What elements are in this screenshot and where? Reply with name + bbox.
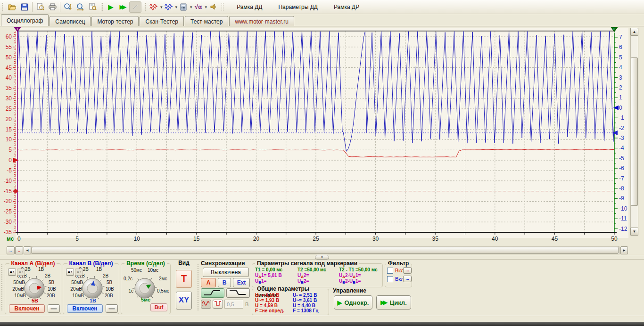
channel-b-knob-label: 10мВ	[72, 293, 84, 298]
open-file-button[interactable]	[6, 1, 18, 13]
panel-splitter: ▼	[0, 255, 644, 260]
run-cycle-icon: ▶▶	[380, 299, 387, 306]
sync-source-ext[interactable]: Ext	[233, 278, 250, 287]
sound-icon	[210, 3, 217, 10]
sync-rising-edge-button[interactable]	[201, 288, 224, 298]
x-axis-label: 0	[17, 236, 21, 242]
run-cycle-button[interactable]: ▶▶Цикл.	[376, 295, 411, 310]
left-axis-label: 20	[6, 116, 12, 122]
time-selected-value: 5мс	[141, 297, 150, 302]
general-param-a: U = 4,59 В	[255, 303, 278, 308]
filter-checkbox-1[interactable]	[387, 268, 393, 274]
channel-a-invert-button[interactable]: —	[48, 304, 60, 313]
zoom-page-icon	[89, 3, 97, 11]
scroll-right-button[interactable]: ►	[620, 246, 628, 254]
sync-level-input[interactable]	[224, 300, 243, 309]
view-t-button[interactable]: T	[176, 270, 192, 288]
channel-b-power-button[interactable]: Включен	[67, 304, 103, 313]
signal-a-button[interactable]: +	[148, 1, 160, 13]
toolbar-grip[interactable]	[143, 2, 146, 12]
sync-level-unit: В	[245, 302, 248, 307]
tab-мотор-тестер[interactable]: Мотор-тестер	[91, 16, 139, 26]
zoom-horizontal-button[interactable]	[74, 1, 86, 13]
zoom-page-button[interactable]	[86, 1, 99, 13]
math-sqrt-alpha-icon: √α	[195, 3, 202, 10]
menu-item-0[interactable]: Рамка ДД	[232, 2, 267, 12]
panel-grip[interactable]	[1, 264, 3, 311]
right-axis-label: 2	[619, 84, 622, 91]
sync-source-в[interactable]: В	[218, 278, 231, 287]
tab-www-motor-master-ru[interactable]: www.motor-master.ru	[229, 16, 294, 26]
toolbar-grip[interactable]	[100, 2, 103, 12]
run-cycle-icon: ▶▶	[120, 4, 127, 10]
sync-off-button[interactable]: Выключена	[203, 268, 249, 277]
channel-b-autoset-button-1[interactable]: А↕	[66, 269, 74, 276]
filter-label-2: Вкл	[395, 276, 404, 282]
run-once-button[interactable]: ▶Однокр.	[334, 295, 372, 310]
run-cycle-button[interactable]: ▶▶	[117, 1, 129, 13]
marker-dots-button-2[interactable]: ..	[15, 246, 23, 254]
scroll-up-button[interactable]: ▲	[630, 28, 638, 36]
scroll-left-button[interactable]: ◄	[24, 246, 31, 254]
open-file-icon	[8, 3, 17, 11]
tab-самописец[interactable]: Самописец	[50, 16, 91, 26]
filter-checkbox-2[interactable]	[387, 276, 393, 282]
print-preview-button[interactable]	[34, 1, 46, 13]
run-single-icon: ▶	[338, 299, 342, 306]
channel-a-autoset-button-2[interactable]: А↕	[17, 269, 25, 276]
panel-grip[interactable]	[197, 264, 199, 311]
channel-b-knob-label: 2В	[103, 273, 108, 278]
tab-тест-мастер[interactable]: Тест-мастер	[185, 16, 228, 26]
collapse-panel-button[interactable]: ▼	[315, 255, 329, 260]
horizontal-scrollbar-thumb[interactable]	[32, 247, 619, 254]
sound-button[interactable]	[207, 1, 219, 13]
tab-скан-тестер[interactable]: Скан-Тестер	[140, 16, 184, 26]
menu-item-1[interactable]: Параметры ДД	[273, 2, 322, 12]
calculator-button[interactable]	[177, 1, 190, 13]
right-axis-label: -10	[619, 205, 627, 212]
view-xy-button[interactable]: XY	[176, 292, 192, 310]
sync-source-а[interactable]: А	[201, 278, 216, 287]
x-axis-label: 40	[492, 236, 498, 242]
filter-panel: Фильтр Вкл...Вкл...	[385, 263, 412, 287]
sync-sine-mode-button[interactable]	[201, 300, 211, 309]
toolbar-grip[interactable]	[2, 2, 4, 12]
sync-falling-edge-button[interactable]	[226, 288, 250, 298]
buffer-button[interactable]: Buf	[150, 303, 167, 311]
sine-sync-icon	[202, 300, 210, 307]
general-param-a: F =не опред.	[255, 308, 284, 313]
marker-dots-button-1[interactable]: ..	[7, 246, 15, 254]
right-axis-label: -2	[619, 125, 624, 131]
channel-b-autoset-button-2[interactable]: А↕	[75, 269, 83, 276]
channel-a-autoset-button-1[interactable]: А↕	[8, 269, 16, 276]
marker-ub-value: UВ2-UВ1=	[339, 278, 361, 285]
run-single-button[interactable]: ▶	[105, 1, 117, 13]
calculator-icon	[180, 3, 187, 11]
left-axis-label: 15	[6, 126, 12, 133]
left-axis-label: 25	[6, 106, 12, 112]
tab-осциллограф[interactable]: Осциллограф	[1, 14, 49, 26]
math-button[interactable]: √α	[192, 1, 205, 13]
channel-a-knob-label: 5В	[49, 280, 54, 285]
channel-b-knob-label: 10В	[106, 286, 114, 292]
edit-button[interactable]	[129, 1, 141, 13]
left-axis-label: 50	[6, 54, 12, 61]
print-button[interactable]	[46, 1, 58, 13]
scroll-down-button[interactable]: ▼	[630, 228, 638, 236]
sync-pulse-mode-button[interactable]	[213, 300, 223, 309]
marker-params-title: Параметры сигнала под маркерами	[255, 260, 359, 267]
menu-item-2[interactable]: Рамка ДР	[329, 2, 364, 12]
zoom-vertical-button[interactable]	[62, 1, 74, 13]
filter-more-button-1[interactable]: ...	[403, 267, 412, 274]
filter-more-button-2[interactable]: ...	[403, 276, 412, 282]
save-button[interactable]	[18, 1, 31, 13]
channel-b-invert-button[interactable]: —	[106, 304, 118, 313]
calculator-dropdown[interactable]: ▾	[190, 5, 192, 9]
channel-a-power-button[interactable]: Включен	[9, 304, 45, 313]
general-param-b: U- = 2,51 В	[293, 293, 317, 298]
vertical-scrollbar-thumb[interactable]	[631, 57, 638, 206]
toolbar-grip[interactable]	[221, 2, 223, 12]
signal-a-dropdown[interactable]: ▾	[160, 5, 163, 9]
signal-b-button[interactable]: +	[163, 1, 175, 13]
pulse-sync-icon	[214, 300, 222, 307]
